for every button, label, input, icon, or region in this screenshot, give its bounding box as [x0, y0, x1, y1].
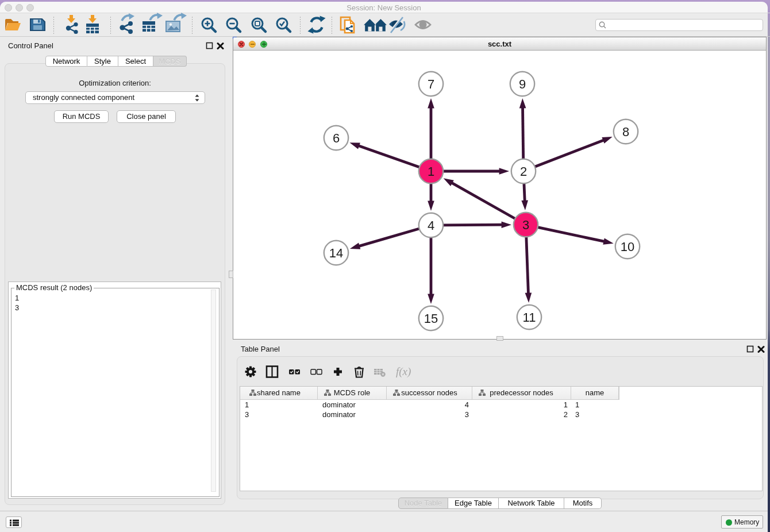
svg-text:7: 7 [428, 77, 434, 91]
svg-text:4: 4 [428, 218, 434, 233]
svg-text:8: 8 [622, 125, 629, 139]
svg-text:3: 3 [522, 218, 529, 232]
svg-text:15: 15 [424, 311, 438, 326]
svg-text:f(x): f(x) [396, 365, 411, 378]
svg-text:6: 6 [333, 131, 340, 145]
svg-text:9: 9 [519, 77, 526, 91]
svg-text:14: 14 [329, 246, 343, 260]
svg-text:1: 1 [428, 164, 434, 179]
svg-text:11: 11 [523, 310, 536, 325]
svg-text:2: 2 [520, 164, 527, 179]
svg-text:10: 10 [621, 240, 634, 254]
